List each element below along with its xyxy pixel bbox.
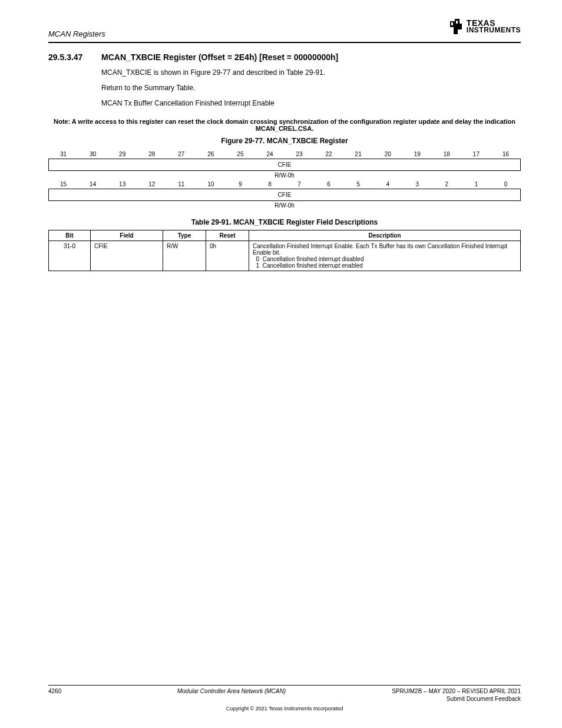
col-bit: Bit bbox=[49, 230, 91, 241]
footer-docid: SPRUIM2B – MAY 2020 – REVISED APRIL 2021 bbox=[391, 688, 521, 694]
table-link[interactable]: Table 29-91 bbox=[286, 68, 323, 77]
col-type: Type bbox=[163, 230, 206, 241]
figure-link[interactable]: Figure 29-77 bbox=[190, 68, 230, 77]
note-block: Note: A write access to this register ca… bbox=[48, 118, 521, 132]
footer-feedback: Submit Document Feedback bbox=[48, 696, 521, 702]
section-number: 29.5.3.47 bbox=[48, 52, 94, 62]
field-description-table: Bit Field Type Reset Description 31-0CFI… bbox=[48, 230, 521, 271]
register-long-name: MCAN Tx Buffer Cancellation Finished Int… bbox=[101, 98, 521, 108]
footer-title: Modular Controller Area Network (MCAN) bbox=[72, 688, 391, 694]
page-header: MCAN Registers TEXAS INSTRUMENTS bbox=[48, 18, 521, 38]
figure-caption: Figure 29-77. MCAN_TXBCIE Register bbox=[48, 137, 521, 145]
rw-cell-high: R/W-0h bbox=[49, 170, 521, 180]
field-cell-high: CFIE bbox=[49, 159, 521, 170]
section-heading: 29.5.3.47 MCAN_TXBCIE Register (Offset =… bbox=[48, 52, 521, 62]
submit-feedback-link[interactable]: Submit Document Feedback bbox=[447, 696, 521, 702]
ti-logo: TEXAS INSTRUMENTS bbox=[449, 18, 521, 35]
footer-copyright: Copyright © 2021 Texas Instruments Incor… bbox=[48, 706, 521, 711]
svg-rect-1 bbox=[456, 21, 458, 24]
table-header-row: Bit Field Type Reset Description bbox=[49, 230, 521, 241]
col-reset: Reset bbox=[206, 230, 249, 241]
ti-logo-text: TEXAS INSTRUMENTS bbox=[467, 19, 521, 34]
summary-table-link[interactable]: Summary Table bbox=[144, 84, 193, 92]
field-cell-low: CFIE bbox=[49, 189, 521, 200]
header-rule bbox=[48, 42, 521, 43]
page-footer: 4260 Modular Controller Area Network (MC… bbox=[48, 681, 521, 711]
ti-logo-icon bbox=[449, 18, 464, 35]
register-layout-table: 31 30 29 28 27 26 25 24 23 22 21 20 19 1… bbox=[48, 150, 521, 210]
page-number: 4260 bbox=[48, 688, 72, 694]
description-cell: Cancellation Finished Interrupt Enable. … bbox=[249, 241, 521, 271]
table-row: 31-0CFIER/W0hCancellation Finished Inter… bbox=[49, 241, 521, 271]
chapter-label: MCAN Registers bbox=[48, 18, 105, 38]
col-description: Description bbox=[249, 230, 521, 241]
section-body: MCAN_TXBCIE is shown in Figure 29-77 and… bbox=[101, 68, 521, 108]
bit-row-high: 31 30 29 28 27 26 25 24 23 22 21 20 19 1… bbox=[49, 150, 521, 159]
bit-row-low: 15 14 13 12 11 10 9 8 7 6 5 4 3 2 1 0 bbox=[49, 180, 521, 189]
svg-rect-0 bbox=[451, 22, 453, 25]
table-caption: Table 29-91. MCAN_TXBCIE Register Field … bbox=[48, 218, 521, 226]
footer-rule bbox=[48, 685, 521, 686]
section-title: MCAN_TXBCIE Register (Offset = 2E4h) [Re… bbox=[101, 52, 338, 62]
rw-cell-low: R/W-0h bbox=[49, 200, 521, 210]
col-field: Field bbox=[91, 230, 163, 241]
